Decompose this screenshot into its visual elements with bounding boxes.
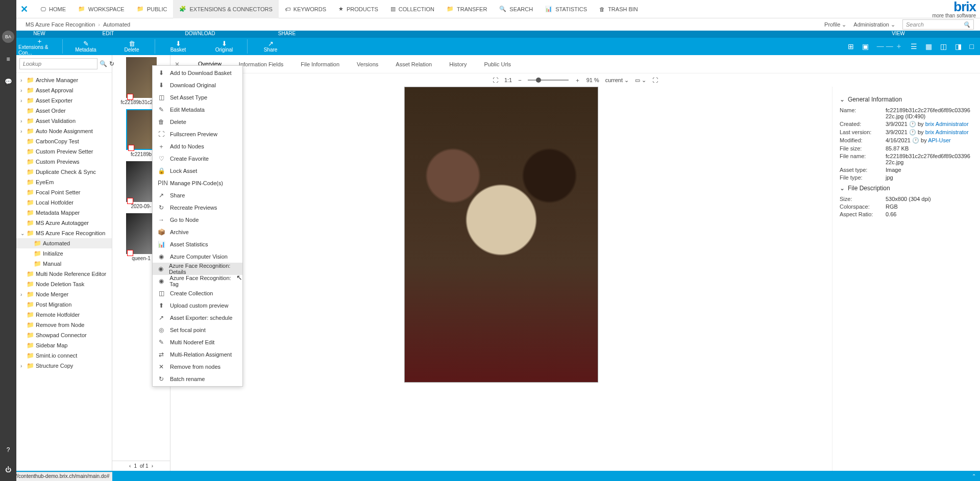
- rail-layers-icon[interactable]: ≡: [2, 53, 14, 65]
- tree-item[interactable]: ›📁Structure Copy: [16, 361, 112, 371]
- tb-delete[interactable]: 🗑Delete: [109, 38, 155, 55]
- tree-item[interactable]: ›📁Node Merger: [16, 289, 112, 299]
- tree-item[interactable]: 📁CarbonCopy Test: [16, 136, 112, 146]
- zoom-out[interactable]: −: [518, 77, 521, 83]
- context-menu-item[interactable]: ✎Multi Noderef Edit: [153, 336, 242, 348]
- view-panel2-icon[interactable]: □: [970, 42, 974, 50]
- tree-item[interactable]: 📁Metadata Mapper: [16, 208, 112, 218]
- context-menu-item[interactable]: ↗Share: [153, 189, 242, 201]
- tree-item[interactable]: ›📁Asset Approval: [16, 85, 112, 95]
- view-grid-icon[interactable]: ▦: [925, 42, 932, 50]
- tree-item[interactable]: 📁Manual: [16, 259, 112, 269]
- search-icon[interactable]: 🔍: [100, 60, 107, 67]
- context-menu-item[interactable]: 📊Asset Statistics: [153, 238, 242, 250]
- context-menu-item[interactable]: 🔒Lock Asset: [153, 165, 242, 177]
- tb-basket[interactable]: ⬇Basket: [155, 38, 201, 55]
- tab-fileinfo[interactable]: File Information: [292, 55, 348, 73]
- tree-item[interactable]: 📁Focal Point Setter: [16, 187, 112, 197]
- tree-item[interactable]: 📁Smint.io connect: [16, 350, 112, 361]
- link-user[interactable]: API-User: [928, 137, 951, 143]
- section-filedesc[interactable]: ⌄File Description: [840, 185, 973, 192]
- avatar[interactable]: BA: [2, 31, 14, 43]
- fullscreen-icon[interactable]: ⛶: [652, 77, 658, 83]
- tree-item[interactable]: ›📁Asset Exporter: [16, 95, 112, 106]
- tb-new[interactable]: ＋Extensions & Con...: [16, 38, 62, 55]
- nav-trash[interactable]: 🗑TRASH BIN: [593, 0, 644, 18]
- search-input[interactable]: Search🔍: [902, 19, 974, 30]
- zoom-slider[interactable]: [528, 80, 569, 81]
- context-menu-item[interactable]: ⬇Download Original: [153, 79, 242, 91]
- nav-keywords[interactable]: 🏷KEYWORDS: [279, 0, 332, 18]
- context-menu-item[interactable]: ◉Azure Face Recognition: Details: [153, 263, 242, 275]
- context-menu-item[interactable]: ◉Azure Face Recognition: Tag: [153, 275, 242, 287]
- context-menu-item[interactable]: ↻Batch rename: [153, 373, 242, 385]
- crumb-1[interactable]: MS Azure Face Recognition: [22, 21, 98, 28]
- profile-dropdown[interactable]: Profile ⌄: [824, 21, 846, 28]
- expand-icon[interactable]: ⌃: [972, 473, 976, 479]
- view-panel-icon[interactable]: ◨: [955, 42, 962, 50]
- context-menu-item[interactable]: ✕Remove from nodes: [153, 361, 242, 373]
- tb-original[interactable]: ⬇Original: [201, 38, 247, 55]
- context-menu-item[interactable]: ↗Asset Exporter: schedule: [153, 312, 242, 324]
- tree-item[interactable]: 📁Post Migration: [16, 299, 112, 310]
- view-tree-icon[interactable]: ⊞: [848, 42, 854, 50]
- tree-item[interactable]: 📁Custom Previews: [16, 157, 112, 167]
- lookup-input[interactable]: [19, 58, 97, 69]
- nav-search[interactable]: 🔍SEARCH: [493, 0, 539, 18]
- context-menu-item[interactable]: ↻Recreate Previews: [153, 201, 242, 214]
- view-split-icon[interactable]: ◫: [940, 42, 947, 50]
- image-viewer[interactable]: [170, 87, 832, 471]
- nav-home[interactable]: 🖵HOME: [34, 0, 72, 18]
- link-user[interactable]: brix Administrator: [925, 129, 969, 135]
- section-general[interactable]: ⌄General Information: [840, 96, 973, 103]
- context-menu-item[interactable]: ◫Create Collection: [153, 287, 242, 299]
- rail-power-icon[interactable]: ⏻: [2, 464, 14, 476]
- context-menu-item[interactable]: ◫Set Asset Type: [153, 91, 242, 104]
- tree-item[interactable]: 📁Node Deletion Task: [16, 279, 112, 289]
- tree-item[interactable]: 📁Local Hotfolder: [16, 197, 112, 208]
- context-menu-item[interactable]: ＋Add to Nodes: [153, 140, 242, 153]
- zoom-in[interactable]: ＋: [575, 77, 580, 84]
- context-menu-item[interactable]: ⬆Upload custom preview: [153, 299, 242, 312]
- tree-item[interactable]: 📁Duplicate Check & Sync: [16, 167, 112, 177]
- tree-item[interactable]: 📁Remote Hotfolder: [16, 310, 112, 320]
- tree-item[interactable]: ⌄📁MS Azure Face Recognition: [16, 228, 112, 238]
- crumb-2[interactable]: Automated: [100, 21, 133, 28]
- view-list-icon[interactable]: ☰: [911, 42, 917, 50]
- nav-statistics[interactable]: 📊STATISTICS: [539, 0, 593, 18]
- tab-assetrelation[interactable]: Asset Relation: [387, 55, 440, 73]
- link-user[interactable]: brix Administrator: [925, 121, 969, 127]
- context-menu-item[interactable]: ♡Create Favorite: [153, 153, 242, 165]
- app-logo-icon[interactable]: ✕: [20, 4, 28, 15]
- context-menu-item[interactable]: PINManage PIN-Code(s): [153, 177, 242, 189]
- context-menu-item[interactable]: ⛶Fullscreen Preview: [153, 128, 242, 140]
- page-next[interactable]: ›: [152, 463, 153, 469]
- context-menu-item[interactable]: ⬇Add to Download Basket: [153, 67, 242, 79]
- tree-item[interactable]: ›📁Asset Validation: [16, 116, 112, 126]
- tree-item[interactable]: 📁Multi Node Reference Editor: [16, 269, 112, 279]
- tree-item[interactable]: 📁MS Azure Autotagger: [16, 218, 112, 228]
- tree-item[interactable]: 📁Sidebar Map: [16, 340, 112, 350]
- rail-chat-icon[interactable]: 💬: [2, 75, 14, 88]
- tab-publicurls[interactable]: Public Urls: [476, 55, 519, 73]
- nav-transfer[interactable]: 📁TRANSFER: [440, 0, 493, 18]
- context-menu-item[interactable]: 📦Archive: [153, 226, 242, 238]
- tree-item[interactable]: 📁Asset Order: [16, 106, 112, 116]
- nav-extensions[interactable]: 🧩EXTENSIONS & CONNECTORS: [173, 0, 278, 18]
- context-menu-item[interactable]: ✎Edit Metadata: [153, 104, 242, 116]
- version-select[interactable]: current ⌄: [605, 77, 629, 84]
- tree-item[interactable]: 📁Initialize: [16, 248, 112, 259]
- nav-workspace[interactable]: 📁WORKSPACE: [72, 0, 131, 18]
- context-menu-item[interactable]: ◎Set focal point: [153, 324, 242, 336]
- format-select[interactable]: ▭ ⌄: [635, 77, 646, 84]
- tree-item[interactable]: 📁Showpad Connector: [16, 330, 112, 340]
- oneone-button[interactable]: 1:1: [504, 77, 512, 83]
- tree-item[interactable]: ›📁Auto Node Assignment: [16, 126, 112, 136]
- context-menu-item[interactable]: ◉Azure Computer Vision: [153, 250, 242, 263]
- tree-item[interactable]: 📁Custom Preview Setter: [16, 146, 112, 157]
- view-filter-icon[interactable]: ▣: [862, 42, 869, 50]
- tree-item[interactable]: 📁Automated: [16, 238, 112, 248]
- tab-history[interactable]: History: [441, 55, 475, 73]
- tree-item[interactable]: ›📁Archive Manager: [16, 75, 112, 85]
- tree-item[interactable]: 📁EyeEm: [16, 177, 112, 187]
